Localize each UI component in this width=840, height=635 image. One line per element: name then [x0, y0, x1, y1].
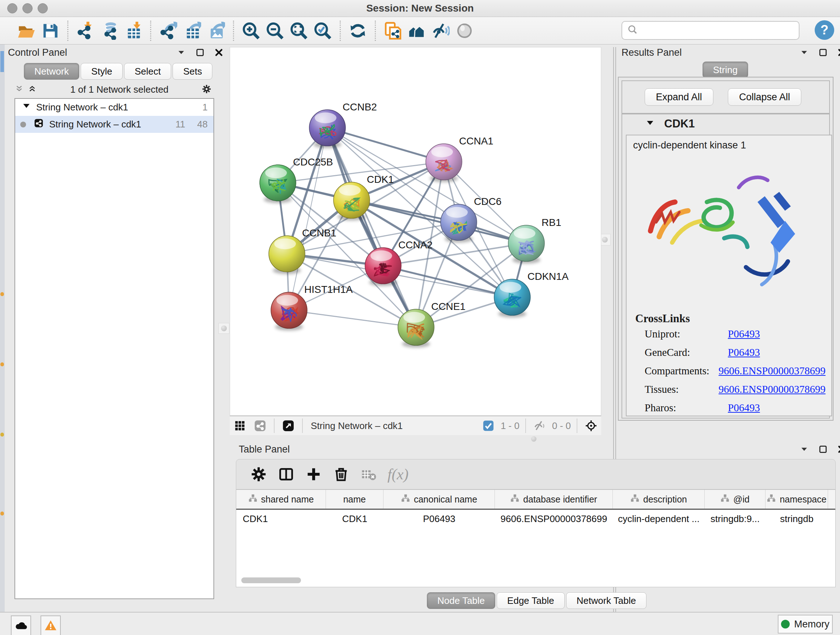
column-header-name[interactable]: name — [326, 490, 384, 509]
expand-all-button[interactable]: Expand All — [645, 88, 714, 106]
node-count: 11 — [175, 119, 185, 130]
show-columns-icon[interactable] — [272, 463, 300, 486]
selected-counts: 1 - 0 — [501, 420, 519, 432]
network-node-CDC25B[interactable]: CDC25B — [260, 157, 333, 203]
cell-description[interactable]: cyclin-dependent ... — [613, 510, 705, 528]
import-table-icon[interactable] — [121, 19, 145, 42]
expand-all-networks-icon[interactable] — [27, 84, 37, 95]
network-row-selected[interactable]: String Network – cdk1 11 48 — [15, 116, 213, 133]
zoom-in-icon[interactable] — [239, 19, 263, 42]
crosslink-link[interactable]: P06493 — [728, 328, 760, 340]
table-horizontal-scrollbar[interactable] — [238, 578, 832, 584]
detach-view-icon[interactable] — [281, 418, 295, 433]
gene-expander-icon[interactable] — [645, 119, 655, 129]
tab-select[interactable]: Select — [124, 63, 171, 80]
node-label-CDKN1A: CDKN1A — [527, 271, 569, 282]
zoom-out-icon[interactable] — [263, 19, 287, 42]
column-header-namespace[interactable]: namespace — [766, 490, 828, 509]
panel-close-icon[interactable] — [837, 48, 840, 59]
function-builder-fx: f(x) — [387, 466, 409, 483]
panel-float-icon[interactable] — [818, 48, 828, 59]
network-options-gear-icon[interactable] — [202, 84, 211, 95]
home-icon[interactable] — [405, 19, 429, 42]
clone-network-icon[interactable] — [381, 19, 405, 42]
warnings-button[interactable] — [41, 616, 61, 635]
network-node-CCNB1[interactable]: CCNB1 — [269, 227, 336, 274]
shared-column-icon — [630, 494, 639, 505]
cell--id[interactable]: stringdb:9... — [705, 510, 766, 528]
tab-string[interactable]: String — [703, 62, 748, 78]
network-canvas[interactable]: CCNB2CCNA1CDC25BCDK1CDC6RB1CCNB1CCNA2CDK… — [230, 47, 601, 416]
show-all-icon[interactable] — [453, 19, 477, 42]
cloud-status-button[interactable] — [11, 616, 31, 635]
network-node-RB1[interactable]: RB1 — [508, 217, 561, 264]
hide-unselected-icon[interactable] — [429, 19, 453, 42]
import-database-icon[interactable] — [97, 19, 121, 42]
panel-menu-icon[interactable] — [799, 445, 809, 455]
crosslink-row: GeneCard:P06493 — [645, 347, 826, 358]
cell-canonical-name[interactable]: P06493 — [384, 510, 495, 528]
collapse-all-button[interactable]: Collapse All — [728, 88, 801, 106]
search-input[interactable] — [638, 25, 791, 36]
network-node-CCNA1[interactable]: CCNA1 — [426, 135, 493, 182]
tab-node-table[interactable]: Node Table — [427, 592, 495, 609]
column-header--id[interactable]: @id — [705, 490, 766, 509]
network-node-CDKN1A[interactable]: CDKN1A — [494, 271, 569, 318]
tab-network[interactable]: Network — [24, 63, 79, 80]
cell-database-identifier[interactable]: 9606.ENSP00000378699 — [495, 510, 613, 528]
column-header-database-identifier[interactable]: database identifier — [495, 490, 613, 509]
memory-button[interactable]: Memory — [778, 615, 833, 633]
grid-view-icon[interactable] — [233, 418, 247, 433]
panel-float-icon[interactable] — [195, 48, 205, 59]
panel-close-icon[interactable] — [837, 445, 840, 455]
left-splitter-handle[interactable] — [218, 323, 229, 334]
network-collection-row[interactable]: String Network – cdk1 1 — [15, 99, 213, 116]
table-settings-gear-icon[interactable] — [245, 463, 272, 486]
network-current-dot — [20, 122, 26, 127]
tab-style[interactable]: Style — [81, 63, 123, 80]
add-column-icon[interactable] — [300, 463, 327, 486]
tab-edge-table[interactable]: Edge Table — [497, 592, 565, 609]
cell-name[interactable]: CDK1 — [326, 510, 384, 528]
collapse-all-networks-icon[interactable] — [14, 84, 24, 95]
cell-shared-name[interactable]: CDK1 — [236, 510, 326, 528]
network-thumbnail-icon[interactable] — [253, 418, 267, 433]
save-session-icon[interactable] — [38, 19, 62, 42]
delete-column-icon[interactable] — [327, 463, 355, 486]
crosslink-link[interactable]: 9606.ENSP00000378699 — [718, 365, 826, 377]
panel-close-icon[interactable] — [214, 48, 224, 59]
export-network-icon[interactable] — [156, 19, 180, 42]
scrollbar-thumb[interactable] — [241, 578, 301, 583]
open-session-icon[interactable] — [14, 19, 38, 42]
collection-expander-icon[interactable] — [22, 101, 31, 113]
panel-menu-icon[interactable] — [177, 48, 186, 59]
tab-sets[interactable]: Sets — [172, 63, 212, 80]
help-button[interactable]: ? — [815, 20, 834, 40]
panel-float-icon[interactable] — [818, 445, 828, 455]
network-node-HIST1H1A[interactable]: HIST1H1A — [271, 284, 353, 331]
gene-header[interactable]: CDK1 — [622, 114, 829, 133]
crosslink-link[interactable]: P06493 — [728, 347, 760, 358]
cell-namespace[interactable]: stringdb — [766, 510, 828, 528]
column-header-description[interactable]: description — [613, 490, 705, 509]
column-header-shared-name[interactable]: shared name — [236, 490, 326, 509]
search-field[interactable] — [622, 21, 799, 40]
column-header-canonical-name[interactable]: canonical name — [384, 490, 495, 509]
application-window: Session: New Session ? Control Panel Net… — [0, 0, 840, 635]
selected-items-checkbox-icon[interactable] — [481, 418, 496, 433]
crosslink-link[interactable]: P06493 — [728, 402, 760, 414]
zoom-selected-icon[interactable] — [311, 19, 335, 42]
import-network-icon[interactable] — [73, 19, 97, 42]
birds-eye-view-icon[interactable] — [584, 418, 598, 433]
table-row[interactable]: CDK1CDK1P064939606.ENSP00000378699cyclin… — [236, 510, 835, 528]
tab-network-table[interactable]: Network Table — [566, 592, 646, 609]
crosslink-link[interactable]: 9606.ENSP00000378699 — [718, 383, 826, 395]
network-node-CCNB2[interactable]: CCNB2 — [309, 101, 377, 148]
panel-menu-icon[interactable] — [799, 48, 809, 59]
node-label-CCNE1: CCNE1 — [431, 301, 466, 312]
export-table-icon[interactable] — [180, 19, 204, 42]
hidden-items-icon[interactable] — [532, 418, 547, 433]
zoom-fit-icon[interactable] — [287, 19, 311, 42]
refresh-icon[interactable] — [346, 19, 370, 42]
export-image-icon[interactable] — [204, 19, 228, 42]
